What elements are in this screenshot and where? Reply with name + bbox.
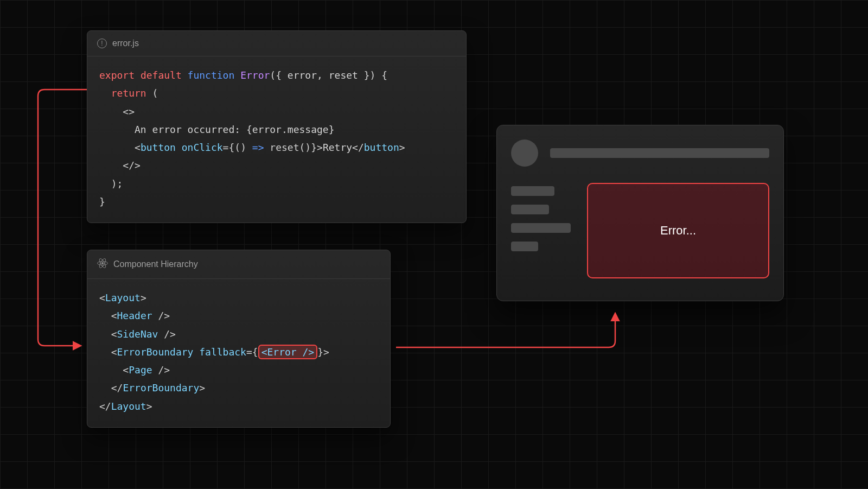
sidenav-item [511, 186, 554, 196]
hierarchy-panel-header: Component Hierarchy [87, 250, 390, 279]
error-label: Error... [660, 224, 696, 238]
error-region: Error... [587, 183, 769, 278]
sidenav-placeholder [511, 183, 571, 278]
hierarchy-panel-body: <Layout> <Header /> <SideNav /> <ErrorBo… [87, 279, 390, 427]
browser-body: Error... [511, 183, 769, 278]
react-icon [97, 258, 108, 271]
code-panel-header: ! error.js [87, 31, 466, 56]
sidenav-item [511, 205, 549, 214]
svg-point-0 [101, 262, 103, 264]
browser-header [511, 139, 769, 167]
sidenav-item [511, 223, 571, 233]
browser-mock: Error... [496, 125, 784, 301]
error-component-highlight: <Error /> [258, 345, 318, 359]
titlebar-placeholder [550, 148, 769, 158]
error-icon: ! [97, 39, 107, 48]
avatar-placeholder [511, 139, 538, 167]
code-panel-title: error.js [112, 39, 139, 48]
code-panel-body: export default function Error({ error, r… [87, 56, 466, 223]
code-panel: ! error.js export default function Error… [87, 30, 467, 223]
hierarchy-panel-title: Component Hierarchy [113, 259, 198, 269]
hierarchy-panel: Component Hierarchy <Layout> <Header /> … [87, 250, 391, 428]
sidenav-item [511, 242, 538, 251]
